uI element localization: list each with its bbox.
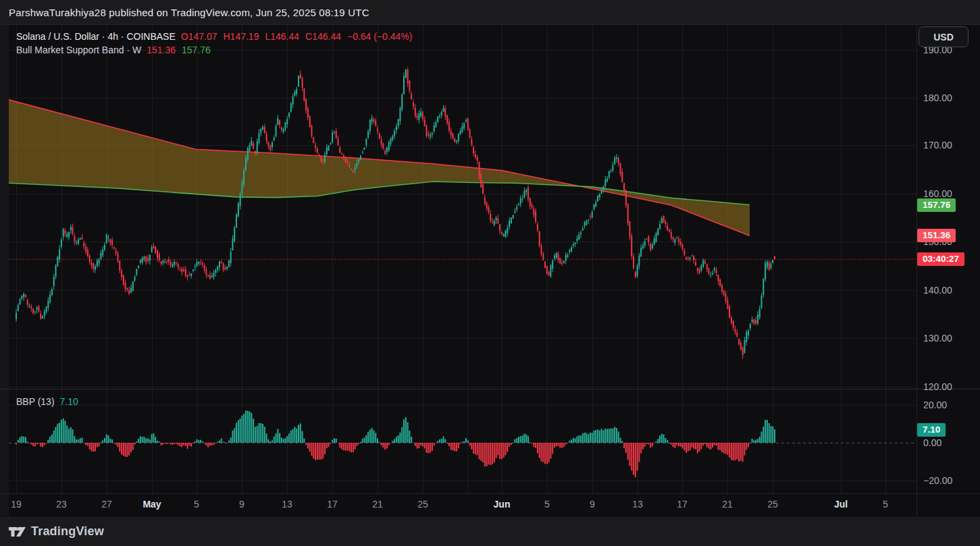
time-axis-label: 5: [883, 499, 888, 510]
quote-item: C146.44: [305, 31, 341, 42]
time-axis-label: 25: [417, 499, 428, 510]
time-axis-label: 17: [677, 499, 688, 510]
price-axis-label: 170.00: [923, 140, 952, 151]
time-axis-label: 25: [767, 499, 778, 510]
price-badge: 157.76: [917, 198, 956, 212]
pane-separator[interactable]: [0, 389, 980, 389]
time-axis-label: 21: [722, 499, 733, 510]
time-axis-label: 9: [590, 499, 595, 510]
tradingview-logo-icon[interactable]: [9, 526, 26, 537]
price-badge: 151.36: [917, 229, 956, 242]
price-badge: 7.10: [917, 423, 946, 437]
symbol-legend: Solana / U.S. Dollar · 4h · COINBASE O14…: [16, 31, 412, 42]
price-axis-label: 20.00: [923, 400, 947, 410]
price-axis-label: 130.00: [923, 333, 952, 344]
candlestick-series: [16, 67, 775, 359]
quote-item: O147.07: [181, 31, 217, 42]
price-axis-label: 0.00: [923, 437, 942, 448]
bbp-histogram: [16, 410, 775, 477]
price-axis-label: 140.00: [923, 285, 952, 296]
time-axis-label: 19: [11, 499, 22, 510]
indicator-value: 157.76: [182, 45, 211, 55]
time-axis-label: 13: [282, 499, 292, 510]
bbp-legend: BBP (13) 7.10: [16, 396, 78, 407]
publish-info: ParshwaTurakhiya28 published on TradingV…: [9, 7, 369, 18]
time-axis-label: 5: [544, 499, 550, 510]
indicator-title[interactable]: Bull Market Support Band · W: [16, 45, 141, 55]
quote-item: −0.64 (−0.44%): [347, 31, 413, 42]
time-axis-label: 5: [194, 499, 199, 510]
publish-bar: ParshwaTurakhiya28 published on TradingV…: [0, 0, 980, 25]
time-axis-border: [0, 493, 980, 494]
price-axis-label: −20.00: [923, 475, 952, 486]
time-axis-label: Jun: [494, 499, 511, 510]
indicator-values: 151.36157.76: [147, 45, 211, 55]
bull-market-support-band: [9, 100, 750, 236]
time-axis-label: 23: [56, 499, 67, 510]
quote-item: L146.44: [265, 31, 299, 42]
countdown-badge: 03:40:27: [917, 252, 964, 266]
symbol-title[interactable]: Solana / U.S. Dollar · 4h · COINBASE: [16, 31, 176, 42]
tradingview-snapshot: ParshwaTurakhiya28 published on TradingV…: [0, 0, 980, 546]
chart-canvas[interactable]: [9, 25, 917, 493]
time-axis-label: May: [143, 499, 161, 510]
indicator-legend: Bull Market Support Band · W 151.36157.7…: [16, 45, 211, 55]
time-axis-label: Jul: [834, 499, 848, 510]
price-axis-label: 120.00: [923, 381, 952, 392]
brand-bar: TradingView: [0, 516, 980, 546]
time-axis-label: 27: [101, 499, 112, 510]
currency-toggle-button[interactable]: USD: [919, 26, 969, 47]
time-axis-label: 17: [327, 499, 338, 510]
bbp-title[interactable]: BBP (13): [16, 396, 55, 407]
price-axis-border: [917, 25, 917, 516]
time-axis-label: 9: [239, 499, 244, 510]
ohlc-values: O147.07H147.19L146.44C146.44−0.64 (−0.44…: [181, 31, 413, 42]
price-axis-label: 160.00: [923, 188, 952, 199]
price-axis-label: 180.00: [923, 92, 952, 103]
time-axis-label: 13: [632, 499, 643, 510]
quote-item: H147.19: [223, 31, 259, 42]
indicator-value: 151.36: [147, 45, 176, 55]
brand-name[interactable]: TradingView: [31, 524, 104, 539]
time-axis-label: 21: [372, 499, 383, 510]
bbp-value: 7.10: [60, 396, 78, 407]
